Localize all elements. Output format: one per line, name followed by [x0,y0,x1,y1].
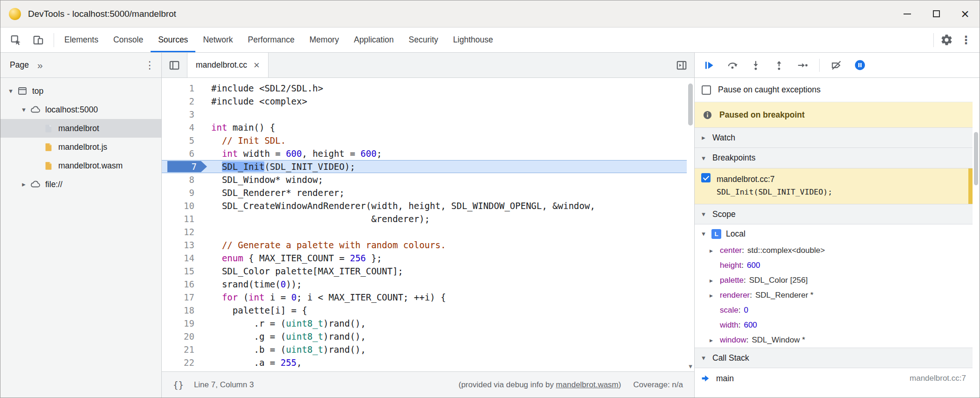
resume-icon[interactable] [700,56,718,74]
scrollbar-thumb[interactable] [688,84,693,126]
step-icon[interactable] [794,56,811,74]
line-number[interactable]: 4 [162,121,205,134]
tree-item-localhost-5000[interactable]: ▾localhost:5000 [0,100,161,119]
navigator-menu-icon[interactable]: ⋮ [145,59,155,71]
line-number[interactable]: 10 [162,199,205,212]
line-number[interactable]: 19 [162,317,205,330]
scope-variable-window[interactable]: ▸window:SDL_Window * [695,333,973,348]
line-number[interactable]: 11 [162,212,205,225]
tab-sources[interactable]: Sources [151,28,195,52]
toggle-debugger-panel-icon[interactable] [669,53,694,77]
step-out-icon[interactable] [770,56,788,74]
tab-elements[interactable]: Elements [57,28,106,52]
editor-pane: mandelbrot.cc × 1#include <SDL2/SDL.h>2#… [162,53,694,398]
scope-local-row[interactable]: ▾ L Local [695,224,973,243]
line-number[interactable]: 13 [162,238,205,251]
tree-item-mandelbrot-wasm[interactable]: mandelbrot.wasm [0,156,161,175]
line-number[interactable]: 22 [162,356,205,369]
deactivate-breakpoints-icon[interactable] [828,56,845,74]
tab-security[interactable]: Security [401,28,446,52]
device-toolbar-icon[interactable] [28,30,48,50]
line-number[interactable]: 5 [162,134,205,147]
code-text: srand(time(0)); [205,278,302,291]
tree-item-mandelbrot[interactable]: mandelbrot [0,119,161,138]
line-number[interactable]: 8 [162,173,205,186]
editor-scrollbar[interactable]: ▾ [687,78,694,371]
tree-item-file[interactable]: ▸file:// [0,175,161,194]
tab-performance[interactable]: Performance [241,28,302,52]
line-number[interactable]: 7 [162,160,205,173]
code-line-7: 7 SDL_Init(SDL_INIT_VIDEO); [162,160,687,173]
watch-section-header[interactable]: ▸ Watch [695,127,973,148]
collapsed-icon[interactable]: ▸ [710,277,720,284]
scope-variable-palette[interactable]: ▸palette:SDL_Color [256] [695,273,973,288]
scope-variable-width[interactable]: width:600 [695,318,973,333]
tab-lighthouse[interactable]: Lighthouse [446,28,501,52]
toggle-navigator-icon[interactable] [162,53,187,77]
variable-name: width [720,321,738,330]
scope-variable-height[interactable]: height:600 [695,258,973,273]
tab-console[interactable]: Console [106,28,151,52]
collapsed-icon[interactable]: ▸ [18,180,29,189]
call-stack-section-header[interactable]: ▾ Call Stack [695,348,973,368]
breakpoints-section-header[interactable]: ▾ Breakpoints [695,148,973,168]
code-line-10: 10 SDL_CreateWindowAndRenderer(width, he… [162,199,687,212]
line-number[interactable]: 2 [162,95,205,108]
settings-gear-icon[interactable] [937,30,956,50]
line-number[interactable]: 3 [162,108,205,121]
breakpoint-entry[interactable]: mandelbrot.cc:7SDL_Init(SDL_INIT_VIDEO); [695,168,973,204]
tab-page[interactable]: Page [10,60,29,70]
minimize-button[interactable] [893,0,922,27]
line-number[interactable]: 16 [162,278,205,291]
more-tabs-icon[interactable]: » [37,60,43,71]
more-options-icon[interactable]: ⋮ [956,30,976,50]
collapsed-icon[interactable]: ▸ [710,336,720,344]
line-number[interactable]: 14 [162,251,205,265]
pause-on-caught-row[interactable]: Pause on caught exceptions [695,78,973,102]
window-controls: × [893,0,980,27]
scope-variable-scale[interactable]: scale:0 [695,303,973,318]
expanded-icon[interactable]: ▾ [18,105,29,114]
line-number[interactable]: 6 [162,147,205,160]
tree-item-top[interactable]: ▾top [0,82,161,100]
line-number[interactable]: 12 [162,225,205,238]
line-number[interactable]: 17 [162,291,205,304]
pause-on-caught-checkbox[interactable] [702,85,711,95]
collapsed-icon[interactable]: ▸ [710,292,720,299]
call-stack-frame-main[interactable]: mainmandelbrot.cc:7 [695,368,973,389]
collapsed-icon[interactable]: ▸ [710,247,720,254]
code-editor[interactable]: 1#include <SDL2/SDL.h>2#include <complex… [162,78,694,371]
close-tab-icon[interactable]: × [254,60,260,70]
breakpoint-checkbox[interactable] [701,173,711,182]
debugger-scrollbar[interactable] [973,78,980,398]
step-into-icon[interactable] [747,56,765,74]
pretty-print-icon[interactable]: {} [173,380,184,390]
line-number[interactable]: 21 [162,343,205,356]
scope-variable-center[interactable]: ▸center:std::complex<double> [695,243,973,258]
line-number[interactable]: 15 [162,265,205,278]
tab-network[interactable]: Network [195,28,240,52]
step-over-icon[interactable] [724,56,741,74]
tab-application[interactable]: Application [346,28,401,52]
line-number[interactable]: 1 [162,82,205,95]
editor-tab-mandelbrot-cc[interactable]: mandelbrot.cc × [187,53,269,77]
scope-variable-renderer[interactable]: ▸renderer:SDL_Renderer * [695,288,973,303]
maximize-button[interactable] [922,0,951,27]
line-number[interactable]: 23 [162,369,205,371]
wasm-link[interactable]: mandelbrot.wasm [556,380,618,389]
expanded-icon[interactable]: ▾ [5,87,16,95]
code-line-16: 16 srand(time(0)); [162,278,687,291]
tree-item-mandelbrot-js[interactable]: mandelbrot.js [0,138,161,156]
pause-on-exceptions-icon[interactable] [851,56,869,74]
inspect-icon[interactable] [6,30,26,50]
line-number[interactable]: 9 [162,186,205,199]
tab-memory[interactable]: Memory [302,28,346,52]
scroll-down-icon[interactable]: ▾ [687,362,694,370]
code-line-21: 21 .b = (uint8_t)rand(), [162,343,687,356]
scope-section-header[interactable]: ▾ Scope [695,204,973,224]
line-number[interactable]: 20 [162,330,205,343]
line-number[interactable]: 18 [162,304,205,317]
scrollbar-thumb[interactable] [974,132,978,185]
code-text [205,108,211,121]
close-button[interactable]: × [951,0,980,27]
